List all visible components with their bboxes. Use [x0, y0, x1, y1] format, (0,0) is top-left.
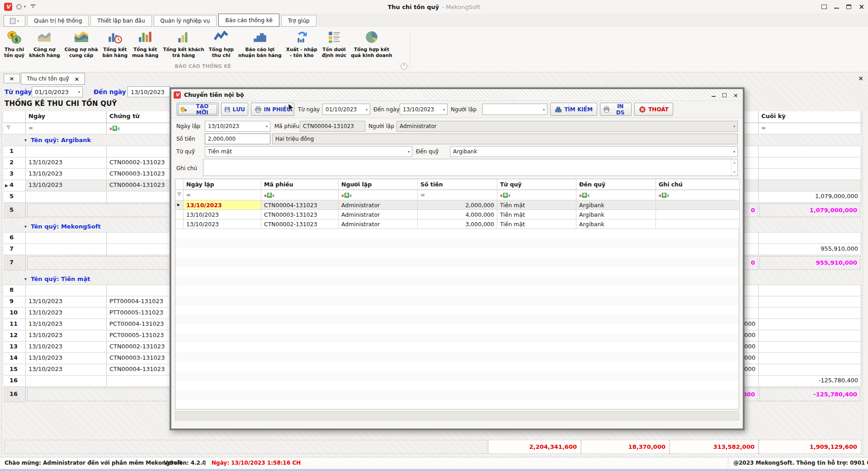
ribbon-item[interactable]: Tổng kếtbán hàng [100, 29, 130, 59]
dialog-creator-combo[interactable]: ▾ [482, 104, 547, 115]
scroll-down-icon[interactable]: ▼ [733, 171, 736, 174]
dialog-cell[interactable]: 13/10/2023 [184, 200, 261, 210]
search-button[interactable]: TÌM KIẾM [550, 103, 597, 116]
dialog-filter-cell[interactable]: = [418, 190, 497, 200]
tabstrip-close-button[interactable]: × [4, 74, 20, 83]
dialog-cell[interactable]: 13/10/2023 [184, 219, 261, 229]
cell-ending-balance[interactable] [759, 169, 861, 180]
tabstrip-close-right-icon[interactable]: × [858, 75, 863, 82]
dialog-cell[interactable] [656, 200, 740, 210]
cell-date[interactable] [26, 285, 107, 296]
filter-ending-cell[interactable]: = [759, 123, 861, 134]
dialog-cell[interactable]: Argibank [576, 219, 656, 229]
dialog-horizontal-scrollbar[interactable] [175, 411, 739, 420]
dropdown-icon[interactable]: ▾ [366, 107, 368, 111]
dialog-col-header[interactable]: Ghi chú [656, 179, 740, 190]
ribbon-item[interactable]: Tổng kết kháchtrả hàng [161, 29, 207, 59]
scroll-up-icon[interactable]: ▲ [733, 161, 736, 164]
print-list-button[interactable]: IN DS [600, 103, 632, 116]
dialog-cell[interactable]: Administrator [339, 200, 418, 210]
dialog-filter-cell[interactable]: aBc [339, 190, 418, 200]
dialog-minimize-icon[interactable] [712, 94, 716, 97]
cell-date[interactable]: 13/10/2023 [26, 353, 107, 364]
ribbon-tab[interactable]: Trợ giúp [281, 15, 316, 27]
ribbon-tab[interactable]: Báo cáo thống kê [218, 14, 279, 27]
dialog-cell[interactable]: Tiền mặt [497, 210, 576, 219]
cell-ending-balance[interactable] [759, 296, 861, 308]
cell-ending-balance[interactable] [759, 233, 861, 244]
create-new-button[interactable]: TẠO MỚI [177, 103, 218, 116]
dropdown-icon[interactable]: ▾ [78, 90, 80, 94]
creator-field[interactable]: Administrator ▾ [396, 121, 738, 132]
cell-ending-balance[interactable] [759, 319, 861, 330]
cell-date[interactable] [26, 146, 107, 157]
cell-ending-balance[interactable] [759, 364, 861, 376]
dialog-cell[interactable]: CTN00004-131023 [261, 200, 339, 210]
dialog-cell[interactable]: 13/10/2023 [184, 210, 261, 219]
ribbon-tab[interactable]: Quản lý nghiệp vụ [154, 15, 217, 27]
dialog-col-header[interactable]: Mã phiếu [261, 179, 339, 190]
cell-ending-balance[interactable] [759, 342, 861, 353]
dialog-cell[interactable]: Tiền mặt [497, 200, 576, 210]
from-fund-combo[interactable]: Tiền mặt ▾ [205, 146, 412, 157]
cell-ending-balance[interactable] [759, 180, 861, 191]
cell-ending-balance[interactable] [759, 157, 861, 169]
ribbon-item[interactable]: Xuất - nhập- tồn kho [284, 29, 320, 59]
cell-date[interactable]: 13/10/2023 [26, 296, 107, 308]
dialog-cell[interactable]: 3,000,000 [418, 219, 497, 229]
dialog-table-row[interactable]: ▶13/10/2023CTN00004-131023Administrator2… [175, 200, 739, 210]
textarea-scroll-gutter[interactable]: ▲ ▼ [731, 159, 737, 176]
dialog-title-bar[interactable]: V Chuyển tiền nội bộ × [171, 89, 743, 101]
ribbon-item[interactable]: Báo cáo lợinhuận bán hàng [236, 29, 284, 59]
dialog-cell[interactable] [656, 219, 740, 229]
col-header-ending[interactable]: Cuối kỳ [759, 111, 861, 123]
cell-date[interactable]: 13/10/2023 [26, 157, 107, 169]
cell-date[interactable] [26, 191, 107, 203]
document-tab-active[interactable]: Thu chi tồn quỹ × [21, 73, 85, 85]
cell-date[interactable] [26, 244, 107, 255]
ribbon-item[interactable]: Tổng hợpthu chi [207, 29, 236, 59]
dropdown-icon[interactable]: ▾ [266, 124, 268, 128]
app-menu-button[interactable]: ▾ [4, 15, 25, 27]
cell-ending-balance[interactable]: 955,910,000 [759, 244, 861, 255]
close-icon[interactable]: × [859, 4, 864, 10]
ribbon-tab[interactable]: Thiết lập ban đầu [90, 15, 151, 27]
cell-ending-balance[interactable] [759, 353, 861, 364]
tab-close-icon[interactable]: × [75, 76, 80, 82]
dropdown-icon[interactable]: ▾ [408, 150, 410, 154]
dialog-col-header[interactable]: Từ quỹ [497, 179, 576, 190]
cell-date[interactable] [26, 376, 107, 387]
cell-date[interactable]: 13/10/2023 [26, 330, 107, 342]
dialog-table-row[interactable]: 13/10/2023CTN00003-131023Administrator4,… [175, 210, 739, 219]
dialog-filter-cell[interactable]: aBc [656, 190, 740, 200]
cell-date[interactable]: 13/10/2023 [26, 364, 107, 376]
save-button[interactable]: LƯU [221, 103, 248, 116]
date-created-combo[interactable]: 13/10/2023 ▾ [205, 121, 270, 132]
dialog-cell[interactable]: Administrator [339, 219, 418, 229]
cell-ending-balance[interactable]: 1,079,000,000 [759, 191, 861, 203]
cell-date[interactable]: 13/10/2023 [26, 319, 107, 330]
dialog-maximize-icon[interactable] [722, 93, 726, 97]
dialog-filter-cell[interactable]: = [184, 190, 261, 200]
maximize-icon[interactable] [846, 5, 851, 9]
group-collapse-icon[interactable]: ▾ [24, 276, 27, 281]
cell-date[interactable]: 13/10/2023 [26, 342, 107, 353]
ribbon-tab[interactable]: Quản trị hệ thống [27, 15, 89, 27]
dialog-cell[interactable]: Administrator [339, 210, 418, 219]
ribbon-item[interactable]: Công nợkhách hàng [27, 29, 62, 59]
dialog-cell[interactable]: CTN00003-131023 [261, 210, 339, 219]
cell-date[interactable]: 13/10/2023 [26, 169, 107, 180]
dialog-filter-cell[interactable]: aBc [261, 190, 339, 200]
minimize-icon[interactable] [834, 5, 839, 9]
cell-ending-balance[interactable] [759, 330, 861, 342]
dialog-from-date-combo[interactable]: 01/10/2023 ▾ [322, 104, 370, 115]
cell-date[interactable]: 13/10/2023 [26, 180, 107, 191]
dialog-col-header[interactable]: Đến quỹ [576, 179, 656, 190]
cell-ending-balance[interactable]: -125,780,400 [759, 376, 861, 387]
dialog-col-header[interactable]: Số tiền [418, 179, 497, 190]
exit-button[interactable]: THOÁT [634, 103, 673, 116]
ribbon-item[interactable]: Công nợ nhàcung cấp [62, 29, 100, 59]
to-date-combo[interactable]: 13/10/2023 [127, 86, 170, 97]
dialog-close-icon[interactable]: × [733, 92, 738, 98]
fit-window-icon[interactable] [821, 5, 827, 9]
